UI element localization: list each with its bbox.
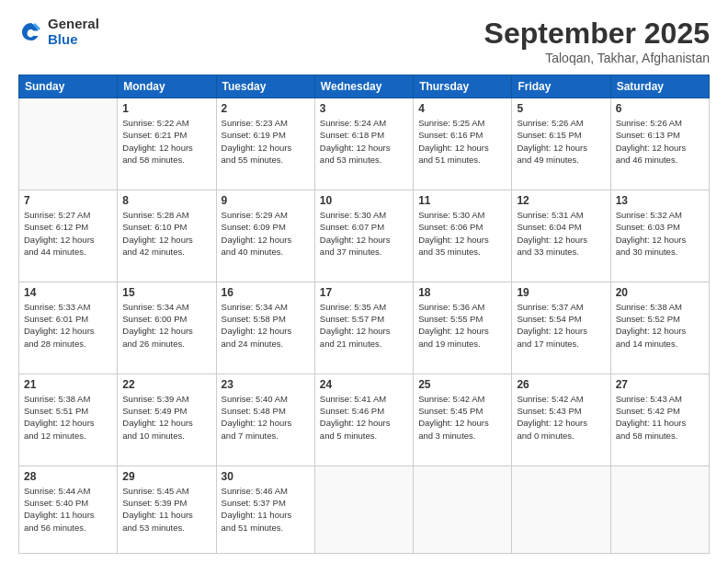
cell-content-line: Sunset: 5:54 PM — [517, 313, 605, 325]
cell-content-line: and 17 minutes. — [517, 338, 605, 350]
cell-content-line: Daylight: 12 hours — [517, 417, 605, 429]
calendar-week-3: 21Sunrise: 5:38 AMSunset: 5:51 PMDayligh… — [19, 373, 710, 465]
col-thursday: Thursday — [414, 75, 512, 98]
cell-content-line: and 21 minutes. — [320, 338, 408, 350]
cell-content-line: Daylight: 11 hours — [122, 509, 210, 521]
cell-content-line: Daylight: 12 hours — [24, 325, 112, 337]
cell-content-line: and 24 minutes. — [222, 338, 310, 350]
logo-general-text: General — [48, 17, 99, 32]
day-number: 5 — [517, 102, 605, 115]
cell-content-line: Sunrise: 5:42 AM — [517, 393, 605, 405]
cell-content-line: Sunrise: 5:43 AM — [616, 393, 704, 405]
calendar-cell — [512, 465, 610, 553]
cell-content-line: Daylight: 12 hours — [418, 142, 506, 154]
cell-content-line: Daylight: 12 hours — [418, 417, 506, 429]
cell-content-line: Sunset: 5:46 PM — [320, 405, 408, 417]
cell-content-line: Daylight: 11 hours — [24, 509, 112, 521]
day-number: 19 — [517, 286, 605, 299]
cell-content-line: Daylight: 12 hours — [222, 325, 310, 337]
cell-content-line: and 19 minutes. — [418, 338, 506, 350]
day-number: 2 — [222, 102, 310, 115]
cell-content-line: Sunset: 5:58 PM — [222, 313, 310, 325]
calendar-cell: 10Sunrise: 5:30 AMSunset: 6:07 PMDayligh… — [314, 190, 413, 282]
day-number: 23 — [222, 378, 310, 391]
cell-content-line: Sunrise: 5:44 AM — [24, 485, 112, 497]
calendar-cell: 27Sunrise: 5:43 AMSunset: 5:42 PMDayligh… — [610, 373, 709, 465]
day-number: 12 — [517, 194, 605, 207]
day-number: 24 — [320, 378, 408, 391]
cell-content-line: Sunset: 6:21 PM — [122, 129, 210, 141]
header: General Blue September 2025 Taloqan, Tak… — [18, 17, 710, 65]
cell-content-line: Daylight: 12 hours — [24, 234, 112, 246]
cell-content-line: Sunset: 6:01 PM — [24, 313, 112, 325]
cell-content-line: Sunrise: 5:32 AM — [616, 209, 704, 221]
cell-content-line: Sunrise: 5:38 AM — [616, 301, 704, 313]
cell-content-line: and 46 minutes. — [616, 154, 704, 166]
cell-content-line: and 37 minutes. — [320, 246, 408, 258]
cell-content-line: Daylight: 12 hours — [517, 325, 605, 337]
day-number: 16 — [222, 286, 310, 299]
calendar-table: Sunday Monday Tuesday Wednesday Thursday… — [18, 75, 710, 554]
cell-content-line: Sunset: 6:18 PM — [320, 129, 408, 141]
cell-content-line: and 55 minutes. — [222, 154, 310, 166]
cell-content-line: Sunrise: 5:39 AM — [122, 393, 210, 405]
calendar-cell — [610, 465, 709, 553]
cell-content-line: Daylight: 12 hours — [222, 142, 310, 154]
cell-content-line: and 12 minutes. — [24, 430, 112, 442]
day-number: 14 — [24, 286, 112, 299]
cell-content-line: Daylight: 12 hours — [616, 325, 704, 337]
cell-content-line: and 3 minutes. — [418, 430, 506, 442]
cell-content-line: Daylight: 12 hours — [24, 417, 112, 429]
cell-content-line: and 44 minutes. — [24, 246, 112, 258]
day-number: 26 — [517, 378, 605, 391]
calendar-cell: 4Sunrise: 5:25 AMSunset: 6:16 PMDaylight… — [414, 98, 512, 190]
cell-content-line: and 30 minutes. — [616, 246, 704, 258]
cell-content-line: and 35 minutes. — [418, 246, 506, 258]
day-number: 13 — [616, 194, 704, 207]
day-number: 9 — [222, 194, 310, 207]
calendar-cell: 7Sunrise: 5:27 AMSunset: 6:12 PMDaylight… — [19, 190, 118, 282]
col-friday: Friday — [512, 75, 610, 98]
day-number: 17 — [320, 286, 408, 299]
cell-content-line: Daylight: 12 hours — [418, 325, 506, 337]
calendar-cell: 30Sunrise: 5:46 AMSunset: 5:37 PMDayligh… — [216, 465, 314, 553]
cell-content-line: Sunset: 5:49 PM — [122, 405, 210, 417]
cell-content-line: Sunrise: 5:31 AM — [517, 209, 605, 221]
calendar-cell: 15Sunrise: 5:34 AMSunset: 6:00 PMDayligh… — [118, 282, 216, 373]
calendar-cell: 28Sunrise: 5:44 AMSunset: 5:40 PMDayligh… — [19, 465, 118, 553]
day-number: 22 — [122, 378, 210, 391]
calendar-week-0: 1Sunrise: 5:22 AMSunset: 6:21 PMDaylight… — [19, 98, 710, 190]
cell-content-line: Sunset: 6:09 PM — [222, 221, 310, 233]
cell-content-line: Sunrise: 5:22 AM — [122, 117, 210, 129]
day-number: 8 — [122, 194, 210, 207]
col-tuesday: Tuesday — [216, 75, 314, 98]
calendar-cell — [414, 465, 512, 553]
page: General Blue September 2025 Taloqan, Tak… — [0, 0, 728, 563]
cell-content-line: Sunrise: 5:33 AM — [24, 301, 112, 313]
cell-content-line: Sunrise: 5:34 AM — [122, 301, 210, 313]
logo-blue-text: Blue — [48, 32, 99, 48]
cell-content-line: Sunset: 5:57 PM — [320, 313, 408, 325]
day-number: 25 — [418, 378, 506, 391]
col-wednesday: Wednesday — [314, 75, 413, 98]
cell-content-line: Sunrise: 5:46 AM — [222, 485, 310, 497]
cell-content-line: Daylight: 11 hours — [616, 417, 704, 429]
cell-content-line: Daylight: 12 hours — [122, 234, 210, 246]
col-saturday: Saturday — [610, 75, 709, 98]
day-number: 3 — [320, 102, 408, 115]
cell-content-line: Sunset: 6:10 PM — [122, 221, 210, 233]
cell-content-line: Sunset: 5:43 PM — [517, 405, 605, 417]
calendar-cell: 26Sunrise: 5:42 AMSunset: 5:43 PMDayligh… — [512, 373, 610, 465]
day-number: 28 — [24, 470, 112, 483]
day-number: 4 — [418, 102, 506, 115]
cell-content-line: Sunrise: 5:45 AM — [122, 485, 210, 497]
calendar-cell: 29Sunrise: 5:45 AMSunset: 5:39 PMDayligh… — [118, 465, 216, 553]
cell-content-line: Daylight: 12 hours — [418, 234, 506, 246]
cell-content-line: Sunrise: 5:27 AM — [24, 209, 112, 221]
cell-content-line: and 40 minutes. — [222, 246, 310, 258]
cell-content-line: Daylight: 12 hours — [122, 325, 210, 337]
day-number: 6 — [616, 102, 704, 115]
calendar-cell: 14Sunrise: 5:33 AMSunset: 6:01 PMDayligh… — [19, 282, 118, 373]
cell-content-line: Sunset: 5:48 PM — [222, 405, 310, 417]
cell-content-line: Sunset: 6:04 PM — [517, 221, 605, 233]
